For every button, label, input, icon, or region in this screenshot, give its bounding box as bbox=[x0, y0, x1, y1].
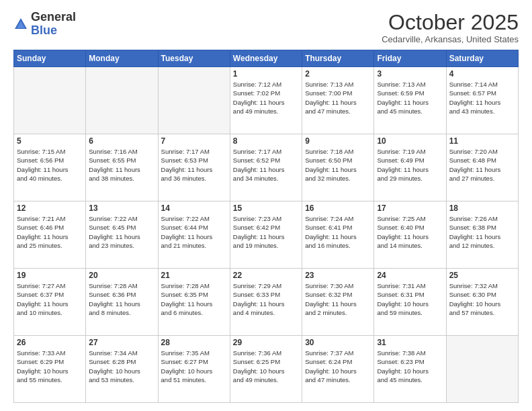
calendar-cell: 9Sunrise: 7:18 AM Sunset: 6:50 PM Daylig… bbox=[302, 134, 374, 201]
day-info: Sunrise: 7:33 AM Sunset: 6:29 PM Dayligh… bbox=[17, 349, 83, 384]
day-info: Sunrise: 7:16 AM Sunset: 6:55 PM Dayligh… bbox=[89, 147, 154, 183]
month-title: October 2025 bbox=[382, 11, 519, 34]
day-number: 10 bbox=[377, 136, 443, 146]
day-info: Sunrise: 7:36 AM Sunset: 6:25 PM Dayligh… bbox=[233, 349, 299, 384]
day-number: 19 bbox=[17, 271, 83, 280]
day-info: Sunrise: 7:21 AM Sunset: 6:46 PM Dayligh… bbox=[17, 214, 83, 250]
day-info: Sunrise: 7:12 AM Sunset: 7:02 PM Dayligh… bbox=[233, 80, 299, 116]
day-info: Sunrise: 7:32 AM Sunset: 6:30 PM Dayligh… bbox=[449, 281, 515, 317]
calendar-cell: 29Sunrise: 7:36 AM Sunset: 6:25 PM Dayli… bbox=[230, 336, 302, 403]
calendar-cell: 21Sunrise: 7:28 AM Sunset: 6:35 PM Dayli… bbox=[158, 269, 230, 336]
calendar-cell: 26Sunrise: 7:33 AM Sunset: 6:29 PM Dayli… bbox=[14, 336, 86, 403]
calendar-cell: 12Sunrise: 7:21 AM Sunset: 6:46 PM Dayli… bbox=[14, 201, 86, 269]
day-info: Sunrise: 7:17 AM Sunset: 6:52 PM Dayligh… bbox=[233, 147, 299, 183]
calendar-cell: 2Sunrise: 7:13 AM Sunset: 7:00 PM Daylig… bbox=[302, 67, 374, 134]
calendar-week-4: 19Sunrise: 7:27 AM Sunset: 6:37 PM Dayli… bbox=[14, 269, 519, 336]
calendar-cell: 22Sunrise: 7:29 AM Sunset: 6:33 PM Dayli… bbox=[230, 269, 302, 336]
calendar-cell: 13Sunrise: 7:22 AM Sunset: 6:45 PM Dayli… bbox=[86, 201, 158, 269]
calendar-cell: 3Sunrise: 7:13 AM Sunset: 6:59 PM Daylig… bbox=[374, 67, 446, 134]
calendar-cell: 15Sunrise: 7:23 AM Sunset: 6:42 PM Dayli… bbox=[230, 201, 302, 269]
calendar-header-friday: Friday bbox=[374, 50, 446, 67]
day-info: Sunrise: 7:25 AM Sunset: 6:40 PM Dayligh… bbox=[377, 214, 443, 250]
calendar-cell: 11Sunrise: 7:20 AM Sunset: 6:48 PM Dayli… bbox=[446, 134, 518, 201]
calendar-week-2: 5Sunrise: 7:15 AM Sunset: 6:56 PM Daylig… bbox=[14, 134, 519, 201]
day-number: 4 bbox=[449, 69, 515, 79]
day-info: Sunrise: 7:15 AM Sunset: 6:56 PM Dayligh… bbox=[17, 147, 83, 183]
calendar-cell: 14Sunrise: 7:22 AM Sunset: 6:44 PM Dayli… bbox=[158, 201, 230, 269]
day-number: 5 bbox=[17, 136, 83, 146]
calendar-header-thursday: Thursday bbox=[302, 50, 374, 67]
calendar-table: SundayMondayTuesdayWednesdayThursdayFrid… bbox=[13, 50, 519, 403]
day-info: Sunrise: 7:35 AM Sunset: 6:27 PM Dayligh… bbox=[161, 349, 227, 384]
calendar-week-1: 1Sunrise: 7:12 AM Sunset: 7:02 PM Daylig… bbox=[14, 67, 519, 134]
calendar-cell: 1Sunrise: 7:12 AM Sunset: 7:02 PM Daylig… bbox=[230, 67, 302, 134]
calendar-header-monday: Monday bbox=[86, 50, 158, 67]
calendar-cell: 27Sunrise: 7:34 AM Sunset: 6:28 PM Dayli… bbox=[86, 336, 158, 403]
day-info: Sunrise: 7:13 AM Sunset: 7:00 PM Dayligh… bbox=[305, 80, 371, 116]
day-number: 28 bbox=[161, 338, 227, 347]
day-number: 27 bbox=[89, 338, 154, 347]
day-info: Sunrise: 7:34 AM Sunset: 6:28 PM Dayligh… bbox=[89, 349, 154, 384]
day-number: 25 bbox=[449, 271, 515, 280]
location: Cedarville, Arkansas, United States bbox=[382, 34, 519, 44]
day-info: Sunrise: 7:23 AM Sunset: 6:42 PM Dayligh… bbox=[233, 214, 299, 250]
day-info: Sunrise: 7:13 AM Sunset: 6:59 PM Dayligh… bbox=[377, 80, 443, 116]
calendar-cell: 20Sunrise: 7:28 AM Sunset: 6:36 PM Dayli… bbox=[86, 269, 158, 336]
day-number: 8 bbox=[233, 136, 299, 146]
day-number: 21 bbox=[161, 271, 227, 280]
logo-blue-text: Blue bbox=[31, 24, 76, 38]
calendar-cell: 25Sunrise: 7:32 AM Sunset: 6:30 PM Dayli… bbox=[446, 269, 518, 336]
logo: General Blue bbox=[13, 11, 76, 38]
day-info: Sunrise: 7:24 AM Sunset: 6:41 PM Dayligh… bbox=[305, 214, 371, 250]
day-number: 30 bbox=[305, 338, 371, 347]
logo-icon bbox=[13, 17, 28, 32]
calendar-cell bbox=[446, 336, 518, 403]
day-number: 20 bbox=[89, 271, 154, 280]
day-number: 1 bbox=[233, 69, 299, 79]
day-number: 7 bbox=[161, 136, 227, 146]
day-info: Sunrise: 7:17 AM Sunset: 6:53 PM Dayligh… bbox=[161, 147, 227, 183]
calendar-cell: 7Sunrise: 7:17 AM Sunset: 6:53 PM Daylig… bbox=[158, 134, 230, 201]
day-number: 9 bbox=[305, 136, 371, 146]
calendar-cell: 17Sunrise: 7:25 AM Sunset: 6:40 PM Dayli… bbox=[374, 201, 446, 269]
calendar-cell bbox=[86, 67, 158, 134]
calendar-cell: 6Sunrise: 7:16 AM Sunset: 6:55 PM Daylig… bbox=[86, 134, 158, 201]
logo-general-text: General bbox=[31, 11, 76, 24]
day-info: Sunrise: 7:28 AM Sunset: 6:36 PM Dayligh… bbox=[89, 281, 154, 317]
day-number: 14 bbox=[161, 203, 227, 213]
day-info: Sunrise: 7:31 AM Sunset: 6:31 PM Dayligh… bbox=[377, 281, 443, 317]
day-number: 23 bbox=[305, 271, 371, 280]
calendar-cell: 19Sunrise: 7:27 AM Sunset: 6:37 PM Dayli… bbox=[14, 269, 86, 336]
header: General Blue October 2025 Cedarville, Ar… bbox=[13, 11, 519, 44]
calendar-cell: 5Sunrise: 7:15 AM Sunset: 6:56 PM Daylig… bbox=[14, 134, 86, 201]
calendar-header-wednesday: Wednesday bbox=[230, 50, 302, 67]
day-info: Sunrise: 7:14 AM Sunset: 6:57 PM Dayligh… bbox=[449, 80, 515, 116]
day-number: 24 bbox=[377, 271, 443, 280]
day-number: 3 bbox=[377, 69, 443, 79]
day-number: 22 bbox=[233, 271, 299, 280]
calendar-header-tuesday: Tuesday bbox=[158, 50, 230, 67]
day-info: Sunrise: 7:38 AM Sunset: 6:23 PM Dayligh… bbox=[377, 349, 443, 384]
day-info: Sunrise: 7:22 AM Sunset: 6:45 PM Dayligh… bbox=[89, 214, 154, 250]
day-number: 17 bbox=[377, 203, 443, 213]
day-info: Sunrise: 7:29 AM Sunset: 6:33 PM Dayligh… bbox=[233, 281, 299, 317]
calendar-cell: 24Sunrise: 7:31 AM Sunset: 6:31 PM Dayli… bbox=[374, 269, 446, 336]
calendar-cell: 23Sunrise: 7:30 AM Sunset: 6:32 PM Dayli… bbox=[302, 269, 374, 336]
day-info: Sunrise: 7:19 AM Sunset: 6:49 PM Dayligh… bbox=[377, 147, 443, 183]
day-number: 29 bbox=[233, 338, 299, 347]
day-number: 2 bbox=[305, 69, 371, 79]
calendar-cell bbox=[14, 67, 86, 134]
calendar-cell: 8Sunrise: 7:17 AM Sunset: 6:52 PM Daylig… bbox=[230, 134, 302, 201]
day-info: Sunrise: 7:20 AM Sunset: 6:48 PM Dayligh… bbox=[449, 147, 515, 183]
day-number: 13 bbox=[89, 203, 154, 213]
calendar-header-row: SundayMondayTuesdayWednesdayThursdayFrid… bbox=[14, 50, 519, 67]
day-info: Sunrise: 7:37 AM Sunset: 6:24 PM Dayligh… bbox=[305, 349, 371, 384]
day-number: 11 bbox=[449, 136, 515, 146]
day-info: Sunrise: 7:26 AM Sunset: 6:38 PM Dayligh… bbox=[449, 214, 515, 250]
calendar-header-sunday: Sunday bbox=[14, 50, 86, 67]
title-area: October 2025 Cedarville, Arkansas, Unite… bbox=[382, 11, 519, 44]
calendar-cell bbox=[158, 67, 230, 134]
day-number: 12 bbox=[17, 203, 83, 213]
calendar-cell: 16Sunrise: 7:24 AM Sunset: 6:41 PM Dayli… bbox=[302, 201, 374, 269]
day-number: 18 bbox=[449, 203, 515, 213]
